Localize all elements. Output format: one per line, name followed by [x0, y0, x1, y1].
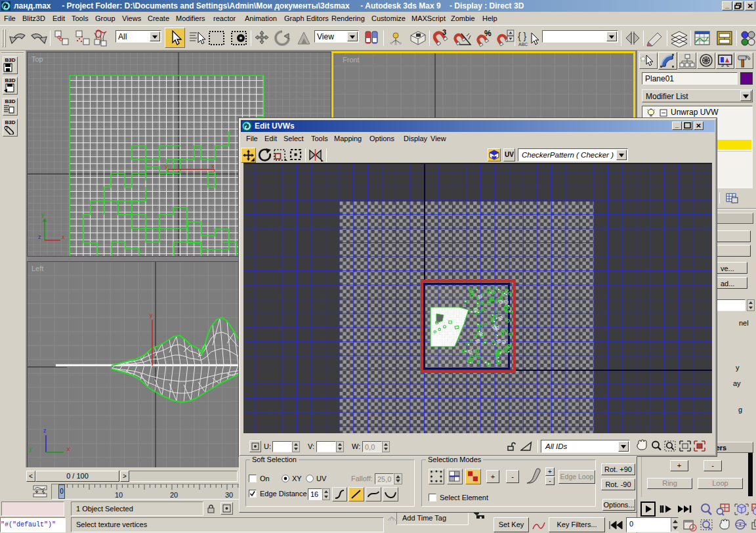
svg-text:y: y	[150, 312, 153, 318]
svg-text:x: x	[62, 234, 65, 240]
svg-text:y: y	[29, 446, 32, 452]
svg-text:%: %	[484, 29, 492, 38]
svg-text:20: 20	[170, 491, 178, 499]
svg-text:x: x	[67, 446, 70, 452]
svg-text:y: y	[165, 163, 168, 169]
svg-text:Left: Left	[32, 265, 43, 272]
svg-text:{ }: { }	[518, 31, 527, 41]
svg-text:Top: Top	[32, 55, 43, 63]
svg-text:z: z	[43, 427, 47, 434]
svg-text:Front: Front	[343, 56, 360, 64]
svg-text:y: y	[41, 211, 45, 218]
svg-text:10: 10	[115, 491, 123, 499]
svg-text:x: x	[211, 163, 215, 169]
svg-text:ABC: ABC	[518, 42, 528, 47]
svg-text:30: 30	[225, 491, 233, 499]
svg-text:3: 3	[442, 28, 446, 36]
svg-text:z: z	[38, 234, 41, 240]
